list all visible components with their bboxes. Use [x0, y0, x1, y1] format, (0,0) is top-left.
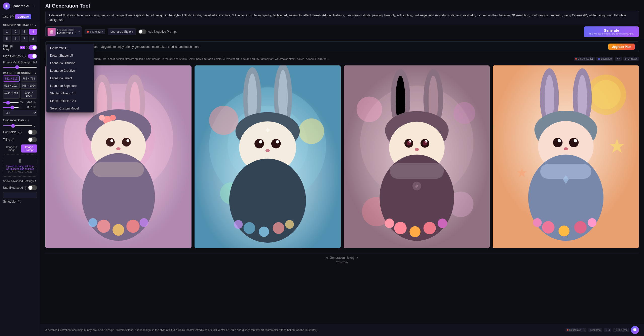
svg-point-23	[116, 147, 121, 150]
dropdown-item-leonardo-signature[interactable]: Leonardo Signature	[47, 82, 94, 90]
neg-prompt-area: Add Negative Prompt	[138, 29, 177, 34]
image-dimensions-label: Image Dimensions	[3, 71, 32, 74]
generated-image-2[interactable]: ✦	[195, 65, 341, 248]
gen-model-badge: Deliberate 1.1	[574, 57, 595, 61]
dim-768x768[interactable]: 768 × 768	[21, 76, 37, 82]
svg-point-76	[414, 148, 419, 151]
generated-image-4[interactable]	[493, 65, 639, 248]
history-arrow-right: ▶	[357, 256, 359, 259]
prompt-magic-label: Prompt Magic V2 i	[3, 44, 29, 51]
model-selector[interactable]: Finetuned Model Deliberate 1.1 ▾	[45, 26, 82, 37]
dropdown-item-leonardo-creative[interactable]: Leonardo Creative	[47, 67, 94, 74]
generate-button[interactable]: Generate This will use 8 tokens. 142 tok…	[584, 26, 639, 37]
use-fixed-seed-toggle[interactable]	[28, 185, 37, 190]
tab-image-to-image[interactable]: Image to Image	[3, 144, 20, 153]
dropdown-item-leonardo-select[interactable]: Leonardo Select	[47, 74, 94, 82]
dropdown-item-custom-model[interactable]: Select Custom Model	[47, 105, 94, 112]
dropdown-item-deliberate11[interactable]: Deliberate 1.1	[47, 44, 94, 52]
chat-icon	[633, 328, 637, 332]
prompt-text: A detailed illustration face ninja bunny…	[49, 14, 626, 22]
gen-style-badge: Leonardo	[596, 57, 613, 61]
bottom-model-badge: Deliberate 1.1	[565, 328, 586, 332]
style-button[interactable]: Leonardo Style ▾	[108, 28, 136, 35]
dim-dropdown-icon: ▾	[102, 30, 103, 33]
image-dimensions-header: Image Dimensions ▲	[0, 69, 40, 76]
tiling-toggle[interactable]	[28, 137, 37, 142]
use-fixed-seed-info-icon: i	[24, 186, 27, 190]
generated-image-3[interactable]: ❋	[344, 65, 490, 248]
height-label: H	[20, 105, 23, 108]
generation-prompt-preview: A detailed illustration face ninja bunny…	[55, 57, 572, 60]
show-advanced-settings[interactable]: Show Advanced Settings ▾	[0, 178, 40, 184]
svg-point-54	[285, 220, 294, 229]
high-contrast-info-icon: i	[22, 55, 26, 58]
bottom-bar: A detailed illustration face ninja bunny…	[40, 324, 644, 336]
upgrade-button[interactable]: Upgrade	[15, 14, 31, 19]
num-images-6[interactable]: 6	[12, 36, 20, 42]
dropdown-item-leonardo-diffusion[interactable]: Leonardo Diffusion	[47, 59, 94, 67]
high-contrast-toggle[interactable]	[28, 54, 37, 59]
bottom-dim-badge: 640×832px	[613, 328, 629, 332]
high-contrast-row: High Contrast i	[0, 52, 40, 60]
num-images-7[interactable]: 7	[21, 36, 28, 42]
generation-header: + ⬇ A detailed illustration face ninja b…	[45, 54, 639, 63]
dim-512x1024[interactable]: 512 × 1024	[3, 83, 20, 89]
num-images-5[interactable]: 5	[3, 36, 11, 42]
dim-768x1024[interactable]: 768 × 1024	[21, 83, 37, 89]
page-title: AI Generation Tool	[45, 3, 639, 9]
num-images-3[interactable]: 3	[21, 29, 28, 35]
num-images-2[interactable]: 2	[12, 29, 20, 35]
token-bar: 142 Upgrade	[0, 12, 40, 21]
svg-point-21	[110, 139, 113, 142]
chat-button[interactable]	[631, 326, 639, 334]
prompt-magic-toggle[interactable]	[29, 45, 37, 50]
height-unit: px	[33, 105, 37, 108]
history-label: Generation history	[330, 256, 354, 259]
svg-point-48	[265, 149, 270, 152]
prompt-area[interactable]: A detailed illustration face ninja bunny…	[45, 11, 639, 24]
dimensions-badge[interactable]: 640×832 ▾	[85, 29, 105, 34]
history-section: ◀ Generation history ▶ Yesterday	[45, 253, 639, 266]
guidance-scale-slider[interactable]	[3, 125, 32, 126]
dim-1024x768[interactable]: 1024 × 768	[3, 90, 20, 99]
svg-point-35	[299, 119, 324, 144]
dim-512x512[interactable]: 512 × 512	[3, 76, 20, 82]
height-slider[interactable]	[3, 107, 19, 108]
svg-point-51	[243, 222, 255, 234]
pms-slider[interactable]	[3, 67, 37, 68]
dim-1024x1024[interactable]: 1024 × 1024	[21, 90, 37, 99]
num-images-chevron: ▲	[34, 24, 37, 27]
history-header[interactable]: ◀ Generation history ▶	[50, 256, 634, 259]
svg-point-88	[591, 80, 621, 109]
height-value: 832	[25, 105, 32, 108]
num-images-grid: 1 2 3 4 5 6 7 8	[0, 28, 40, 43]
use-fixed-seed-label: Use fixed seed i	[3, 186, 27, 190]
bottom-style-badge: Leonardo	[588, 328, 602, 332]
seed-input[interactable]	[3, 192, 37, 198]
style-chevron-icon: ▾	[132, 30, 133, 33]
model-dropdown: Deliberate 1.1 DreamShaper v5 Leonardo D…	[46, 44, 94, 113]
collapse-sidebar-button[interactable]: ←	[33, 4, 37, 8]
bunny-illustration-3: ❋	[344, 65, 490, 248]
tab-image-prompt[interactable]: Image Prompt	[21, 144, 37, 153]
dropdown-item-sd21[interactable]: Stable Diffusion 2.1	[47, 97, 94, 105]
dropdown-item-sd15[interactable]: Stable Diffusion 1.5	[47, 90, 94, 97]
scheduler-row: Scheduler i	[0, 199, 40, 205]
guidance-scale-label: Guidance Scale i	[3, 119, 29, 122]
upgrade-plan-button[interactable]: Upgrade Plan	[608, 44, 635, 50]
controlnet-toggle[interactable]	[28, 130, 37, 135]
tiling-row: Tiling i	[0, 136, 40, 143]
svg-point-46	[259, 140, 262, 143]
dropdown-item-dreamshaperv5[interactable]: DreamShaper v5	[47, 52, 94, 59]
logo-text: Leonardo.AI	[12, 4, 29, 8]
aspect-ratio-select[interactable]: 3:4 1:1 16:9 4:3	[3, 110, 37, 116]
scheduler-label: Scheduler i	[3, 200, 37, 203]
neg-prompt-toggle[interactable]	[138, 29, 146, 34]
num-images-1[interactable]: 1	[3, 29, 11, 35]
num-images-8[interactable]: 8	[29, 36, 37, 42]
guidance-scale-row: Guidance Scale i	[0, 117, 40, 123]
num-images-4[interactable]: 4	[29, 29, 37, 35]
width-slider[interactable]	[3, 102, 19, 103]
svg-point-100	[558, 139, 561, 142]
upload-area[interactable]: ⬆ Upload or drag and drop an image to us…	[3, 155, 37, 177]
